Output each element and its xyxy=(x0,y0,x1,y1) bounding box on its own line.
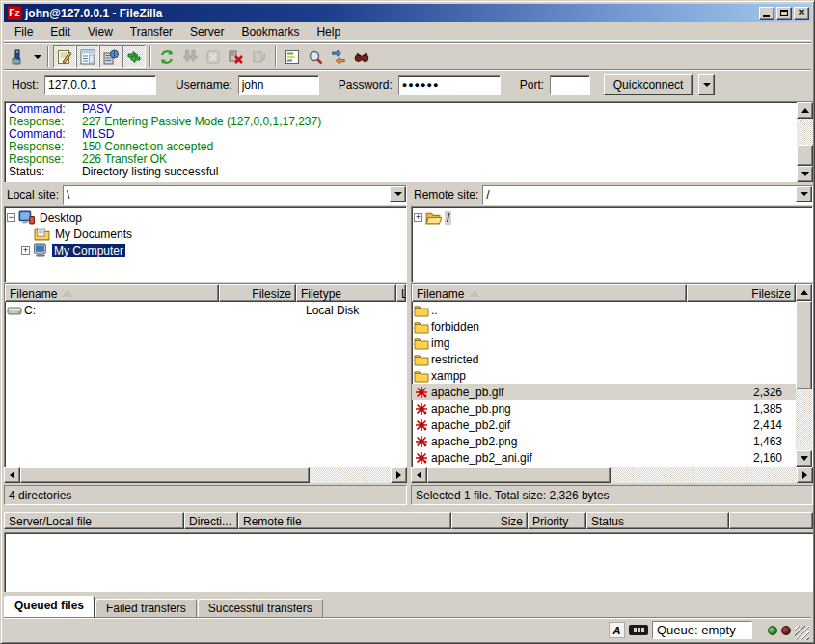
disconnect-button[interactable] xyxy=(225,45,248,68)
log-scrollbar[interactable] xyxy=(797,102,813,182)
local-hscrollbar[interactable] xyxy=(4,467,407,483)
remote-site-input[interactable] xyxy=(483,186,796,204)
menu-bookmarks[interactable]: Bookmarks xyxy=(232,22,308,41)
minimize-button[interactable] xyxy=(759,7,774,20)
column-size[interactable]: Size xyxy=(451,512,528,529)
filter-icon xyxy=(285,49,300,65)
directory-comparison-button[interactable] xyxy=(304,45,327,68)
sync-browsing-icon xyxy=(331,49,346,65)
expand-icon[interactable]: + xyxy=(21,246,30,255)
scroll-right-button[interactable] xyxy=(391,467,407,483)
column-priority[interactable]: Priority xyxy=(528,512,586,529)
collapse-icon[interactable]: − xyxy=(7,213,15,222)
password-input[interactable] xyxy=(399,77,500,94)
toggle-message-log-button[interactable] xyxy=(53,45,76,68)
scroll-down-button[interactable] xyxy=(797,166,813,182)
my-documents-icon xyxy=(34,227,50,241)
refresh-icon xyxy=(159,49,175,65)
tab-queued-files[interactable]: Queued files xyxy=(4,596,95,617)
queue-list[interactable] xyxy=(4,532,813,592)
remote-tree-icon xyxy=(103,49,119,65)
site-manager-dropdown[interactable] xyxy=(31,45,43,68)
tree-item-root[interactable]: + / xyxy=(414,209,812,226)
menu-file[interactable]: File xyxy=(6,22,41,41)
find-files-button[interactable] xyxy=(350,45,373,68)
tree-item-my-documents[interactable]: My Documents xyxy=(7,226,406,242)
title-bar[interactable]: john@127.0.0.1 - FileZilla × xyxy=(4,4,811,22)
filename-filters-button[interactable] xyxy=(281,45,304,68)
scroll-thumb[interactable] xyxy=(20,467,310,483)
toggle-remote-tree-button[interactable] xyxy=(99,45,122,68)
column-filesize[interactable]: Filesize xyxy=(687,284,796,302)
menu-edit[interactable]: Edit xyxy=(41,22,79,41)
column-filename[interactable]: Filename xyxy=(412,284,687,302)
scroll-thumb[interactable] xyxy=(796,301,812,389)
local-list-body: C: Local Disk xyxy=(5,302,406,318)
menu-help[interactable]: Help xyxy=(308,22,349,41)
scroll-left-button[interactable] xyxy=(411,467,427,483)
scroll-up-button[interactable] xyxy=(796,284,812,301)
local-file-row[interactable]: C: Local Disk xyxy=(5,302,406,318)
tree-item-desktop[interactable]: − Desktop xyxy=(7,209,406,226)
tab-successful-transfers[interactable]: Successful transfers xyxy=(198,599,323,617)
remote-site-dropdown[interactable] xyxy=(796,186,812,202)
column-status[interactable]: Status xyxy=(586,512,729,529)
image-file-icon xyxy=(414,451,429,465)
close-button[interactable]: × xyxy=(794,7,809,20)
port-input[interactable] xyxy=(551,77,589,94)
local-site-input[interactable] xyxy=(64,186,390,204)
column-filename[interactable]: Filename xyxy=(5,284,219,302)
toggle-local-tree-button[interactable] xyxy=(76,45,99,68)
site-manager-button[interactable] xyxy=(8,45,31,68)
scroll-left-button[interactable] xyxy=(4,467,20,483)
remote-file-row[interactable]: apache_pb2.png1,463 xyxy=(412,433,796,449)
remote-file-row-selected[interactable]: apache_pb.gif2,326 xyxy=(412,384,796,400)
menu-transfer[interactable]: Transfer xyxy=(122,22,181,41)
remote-list-scrollbar[interactable] xyxy=(796,284,812,467)
column-server-local-file[interactable]: Server/Local file xyxy=(4,512,184,529)
quickconnect-button[interactable]: Quickconnect xyxy=(604,74,693,95)
local-site-label: Local site: xyxy=(4,188,59,201)
local-site-dropdown[interactable] xyxy=(390,186,406,202)
username-input[interactable] xyxy=(239,77,318,94)
port-label: Port: xyxy=(520,78,544,92)
column-filetype[interactable]: Filetype xyxy=(296,284,396,302)
remote-file-row[interactable]: restricted xyxy=(412,351,796,367)
column-last-modified[interactable]: L xyxy=(396,284,406,302)
resize-grip[interactable] xyxy=(795,626,809,640)
site-manager-icon xyxy=(11,49,28,65)
toolbar xyxy=(4,42,811,68)
scroll-down-button[interactable] xyxy=(796,450,812,467)
remote-file-row[interactable]: apache_pb2.gif2,414 xyxy=(412,416,796,433)
expand-icon[interactable]: + xyxy=(414,213,422,222)
local-status-text: 4 directories xyxy=(9,489,71,502)
scroll-right-button[interactable] xyxy=(797,467,813,483)
column-remote-file[interactable]: Remote file xyxy=(238,512,451,529)
column-filesize[interactable]: Filesize xyxy=(219,284,296,302)
menu-server[interactable]: Server xyxy=(181,22,232,41)
maximize-button[interactable] xyxy=(776,7,792,20)
remote-file-row[interactable]: .. xyxy=(412,302,796,318)
toggle-queue-button[interactable] xyxy=(122,45,146,68)
refresh-button[interactable] xyxy=(155,45,178,68)
arrow-down-icon xyxy=(801,456,808,461)
remote-file-row[interactable]: apache_pb2_ani.gif2,160 xyxy=(412,449,796,466)
host-input[interactable] xyxy=(45,77,155,94)
quickconnect-dropdown[interactable] xyxy=(698,74,715,95)
remote-file-row[interactable]: xampp xyxy=(412,367,796,384)
synchronized-browsing-button[interactable] xyxy=(327,45,350,68)
cancel-operation-button xyxy=(202,45,225,68)
remote-file-row[interactable]: apache_pb.png1,385 xyxy=(412,400,796,416)
scroll-up-button[interactable] xyxy=(797,102,813,119)
remote-hscrollbar[interactable] xyxy=(411,467,813,483)
column-direction[interactable]: Directi... xyxy=(184,512,238,529)
remote-file-row[interactable]: img xyxy=(412,335,796,351)
menu-view[interactable]: View xyxy=(79,22,122,41)
chevron-down-icon xyxy=(34,55,41,59)
tab-failed-transfers[interactable]: Failed transfers xyxy=(95,599,197,617)
speed-limit-icon[interactable] xyxy=(629,625,648,635)
tree-item-my-computer[interactable]: + My Computer xyxy=(7,242,406,258)
remote-file-row[interactable]: forbidden xyxy=(412,318,796,335)
scroll-thumb[interactable] xyxy=(797,145,813,166)
scroll-thumb[interactable] xyxy=(427,467,611,483)
